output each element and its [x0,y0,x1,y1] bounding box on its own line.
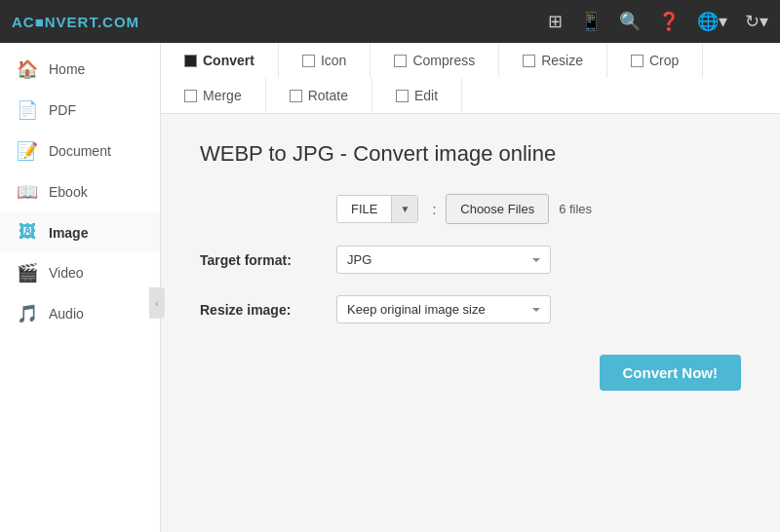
tab-crop-label: Crop [649,53,679,68]
file-type-button[interactable]: FILE [337,196,391,222]
resize-image-control: Keep original image size Custom size 640… [336,295,551,323]
page-title: WEBP to JPG - Convert image online [200,141,741,167]
sidebar-label-document: Document [49,143,111,159]
sidebar-item-home[interactable]: 🏠 Home [0,49,160,90]
page-content: WEBP to JPG - Convert image online FILE … [161,114,780,532]
crop-checkbox [631,55,644,67]
resize-image-select[interactable]: Keep original image size Custom size 640… [336,295,551,323]
help-icon[interactable]: ❓ [658,11,680,32]
search-icon[interactable]: 🔍 [619,11,641,32]
logo-rest: ■NVERT.COM [35,14,139,30]
topbar: AC■NVERT.COM ⊞ 📱 🔍 ❓ 🌐▾ ↻▾ [0,0,780,43]
image-icon: 🖼 [16,222,39,243]
convert-checkbox [184,55,197,67]
tab-rotate-label: Rotate [308,88,348,103]
ebook-icon: 📖 [16,181,39,203]
sidebar-item-pdf[interactable]: 📄 PDF [0,90,160,131]
tab-edit[interactable]: Edit [372,78,462,113]
tab-resize-label: Resize [541,53,583,68]
sidebar-label-home: Home [49,61,85,77]
tab-menu: Convert Icon Compress Resize Crop [161,43,780,114]
tab-rotate[interactable]: Rotate [266,78,372,113]
logo: AC■NVERT.COM [12,14,139,30]
sidebar: 🏠 Home 📄 PDF 📝 Document 📖 Ebook 🖼 Image … [0,43,161,532]
tab-row-1: Convert Icon Compress Resize Crop [161,43,780,78]
sidebar-item-ebook[interactable]: 📖 Ebook [0,171,160,212]
video-icon: 🎬 [16,262,39,284]
resize-image-label: Resize image: [200,302,336,318]
mobile-icon[interactable]: 📱 [580,11,602,32]
refresh-icon[interactable]: ↻▾ [745,11,768,32]
pdf-icon: 📄 [16,99,39,121]
colon: : [432,202,436,217]
icon-checkbox [302,55,315,67]
target-format-label: Target format: [200,252,336,268]
target-format-control: JPG PNG WEBP GIF BMP TIFF [336,246,551,274]
sidebar-item-video[interactable]: 🎬 Video [0,252,160,293]
tab-convert[interactable]: Convert [161,43,279,78]
target-format-row: Target format: JPG PNG WEBP GIF BMP TIFF [200,246,741,274]
sidebar-wrapper: 🏠 Home 📄 PDF 📝 Document 📖 Ebook 🖼 Image … [0,43,161,532]
rotate-checkbox [290,90,302,102]
edit-checkbox [396,90,409,102]
logo-accent: AC [12,14,35,30]
tab-edit-label: Edit [414,88,438,103]
sidebar-label-ebook: Ebook [49,184,88,200]
sidebar-label-video: Video [49,265,84,281]
home-icon: 🏠 [16,58,39,80]
files-count: 6 files [559,202,592,216]
tab-row-2: Merge Rotate Edit [161,78,780,113]
tab-convert-label: Convert [203,53,254,68]
tab-icon[interactable]: Icon [279,43,370,78]
compress-checkbox [394,55,407,67]
tab-compress[interactable]: Compress [370,43,499,78]
tab-merge-label: Merge [203,88,242,103]
sidebar-collapse-button[interactable]: ‹ [149,287,165,319]
sidebar-item-audio[interactable]: 🎵 Audio [0,293,160,334]
file-row: FILE ▼ : Choose Files 6 files [200,194,741,224]
tab-compress-label: Compress [412,53,475,68]
choose-files-button[interactable]: Choose Files [446,194,549,224]
file-dropdown-button[interactable]: ▼ [391,196,417,222]
tab-crop[interactable]: Crop [607,43,703,78]
convert-now-button[interactable]: Convert Now! [600,355,742,391]
sidebar-item-image[interactable]: 🖼 Image [0,212,160,252]
resize-checkbox [523,55,535,67]
tab-icon-label: Icon [321,53,346,68]
sidebar-label-pdf: PDF [49,102,76,118]
convert-btn-row: Convert Now! [200,345,741,391]
tab-resize[interactable]: Resize [499,43,607,78]
audio-icon: 🎵 [16,303,39,324]
main-layout: 🏠 Home 📄 PDF 📝 Document 📖 Ebook 🖼 Image … [0,43,780,532]
topbar-icons: ⊞ 📱 🔍 ❓ 🌐▾ ↻▾ [548,11,768,32]
sidebar-label-audio: Audio [49,306,84,322]
language-icon[interactable]: 🌐▾ [697,11,727,32]
sidebar-item-document[interactable]: 📝 Document [0,131,160,171]
resize-image-row: Resize image: Keep original image size C… [200,295,741,323]
grid-icon[interactable]: ⊞ [548,11,563,32]
tab-merge[interactable]: Merge [161,78,266,113]
content-area: Convert Icon Compress Resize Crop [161,43,780,532]
merge-checkbox [184,90,197,102]
target-format-select[interactable]: JPG PNG WEBP GIF BMP TIFF [336,246,551,274]
document-icon: 📝 [16,140,39,162]
file-control: FILE ▼ : Choose Files 6 files [336,194,592,224]
sidebar-label-image: Image [49,225,88,241]
file-btn-group: FILE ▼ [336,195,418,223]
